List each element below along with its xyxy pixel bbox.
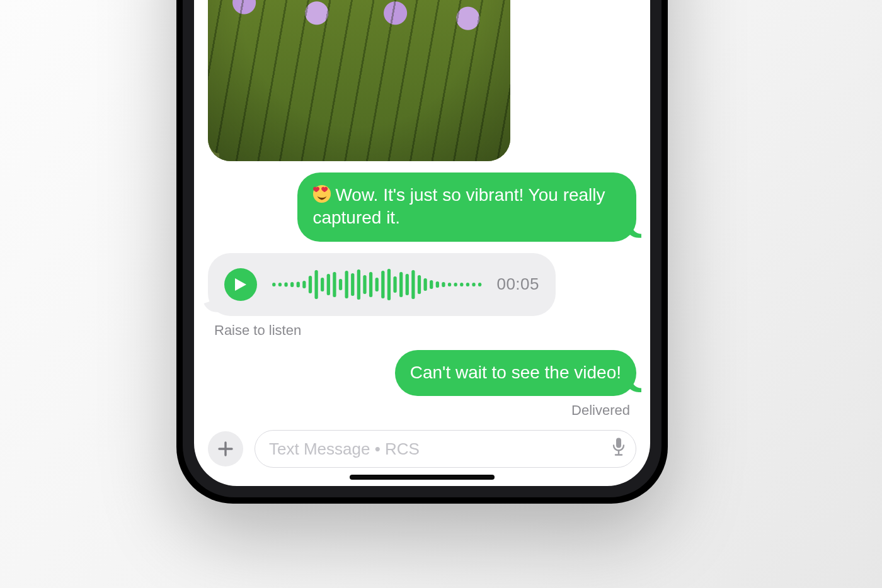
svg-rect-33 xyxy=(466,283,469,286)
message-row-outgoing-1: Wow. It's just so vibrant! You really ca… xyxy=(208,172,636,242)
svg-rect-18 xyxy=(375,278,379,291)
svg-rect-15 xyxy=(357,269,360,300)
svg-rect-4 xyxy=(290,282,294,287)
svg-rect-32 xyxy=(460,283,463,286)
delivery-status: Delivered xyxy=(208,402,630,419)
audio-waveform xyxy=(271,267,483,302)
svg-rect-7 xyxy=(309,276,312,293)
svg-rect-1 xyxy=(272,283,275,286)
heart-eyes-emoji xyxy=(312,184,331,203)
svg-rect-22 xyxy=(399,272,403,297)
dictation-button[interactable] xyxy=(612,438,626,461)
svg-rect-6 xyxy=(302,281,306,288)
svg-rect-24 xyxy=(411,270,415,299)
svg-rect-13 xyxy=(345,271,348,298)
phone-frame: Wow. It's just so vibrant! You really ca… xyxy=(176,0,668,504)
svg-rect-26 xyxy=(423,278,427,291)
raise-to-listen-hint: Raise to listen xyxy=(214,322,636,339)
svg-rect-20 xyxy=(387,269,391,300)
svg-rect-31 xyxy=(454,283,457,286)
conversation-thread: Wow. It's just so vibrant! You really ca… xyxy=(194,0,650,416)
plus-icon xyxy=(217,440,234,458)
svg-rect-14 xyxy=(351,273,354,296)
svg-rect-27 xyxy=(430,280,433,289)
audio-duration: 00:05 xyxy=(496,274,539,295)
message-input-placeholder: Text Message • RCS xyxy=(269,439,420,459)
message-input[interactable]: Text Message • RCS xyxy=(255,430,636,468)
svg-rect-28 xyxy=(436,281,439,288)
svg-rect-10 xyxy=(327,274,330,295)
svg-rect-5 xyxy=(297,281,300,287)
image-attachment[interactable] xyxy=(208,0,510,161)
microphone-icon xyxy=(612,438,626,456)
svg-rect-16 xyxy=(363,275,366,294)
svg-rect-23 xyxy=(406,274,409,295)
play-icon xyxy=(234,277,248,292)
message-row-incoming-image xyxy=(208,0,636,161)
message-composer: Text Message • RCS xyxy=(208,429,636,468)
home-indicator[interactable] xyxy=(350,475,495,480)
outgoing-text-2: Can't wait to see the video! xyxy=(410,363,621,382)
svg-rect-36 xyxy=(616,438,621,448)
outgoing-bubble-2[interactable]: Can't wait to see the video! xyxy=(395,350,636,397)
svg-rect-12 xyxy=(339,279,342,290)
svg-rect-21 xyxy=(393,276,396,293)
svg-rect-17 xyxy=(369,272,372,297)
svg-rect-35 xyxy=(478,283,481,286)
svg-rect-8 xyxy=(314,270,318,299)
attach-button[interactable] xyxy=(208,431,243,466)
outgoing-bubble-1[interactable]: Wow. It's just so vibrant! You really ca… xyxy=(297,172,636,242)
outgoing-text-1: Wow. It's just so vibrant! You really ca… xyxy=(312,185,605,227)
message-row-outgoing-2: Can't wait to see the video! xyxy=(208,350,636,397)
svg-rect-25 xyxy=(418,275,421,294)
svg-rect-11 xyxy=(333,272,336,297)
svg-rect-19 xyxy=(381,271,384,298)
messages-app-screen: Wow. It's just so vibrant! You really ca… xyxy=(194,0,650,486)
phone-bezel: Wow. It's just so vibrant! You really ca… xyxy=(183,0,662,497)
svg-rect-30 xyxy=(448,283,451,286)
stage: Wow. It's just so vibrant! You really ca… xyxy=(0,0,882,588)
svg-rect-29 xyxy=(442,282,445,287)
svg-rect-2 xyxy=(278,283,282,286)
svg-rect-34 xyxy=(472,283,475,286)
photo-vignette xyxy=(208,0,510,161)
audio-play-button[interactable] xyxy=(224,268,257,301)
svg-rect-9 xyxy=(321,278,324,291)
audio-message-bubble[interactable]: 00:05 xyxy=(208,253,556,316)
svg-rect-3 xyxy=(284,282,287,286)
message-row-incoming-audio: 00:05 xyxy=(208,253,636,316)
